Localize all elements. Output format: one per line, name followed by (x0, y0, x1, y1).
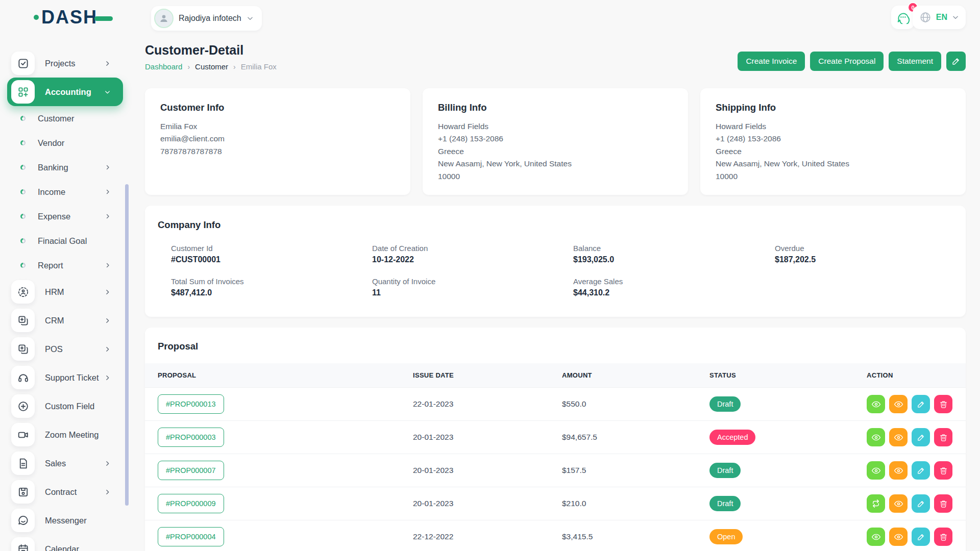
view-button[interactable] (867, 461, 885, 480)
delete-button[interactable] (934, 461, 952, 480)
edit-button[interactable] (912, 528, 930, 546)
create-proposal-button[interactable]: Create Proposal (810, 52, 884, 71)
sidebar-item-financial-goal[interactable]: Finacial Goal (7, 229, 123, 253)
shipping-address: New Aasamj, New York, United States (716, 158, 950, 170)
company-info-card: Company Info Customer Id #CUST00001 Date… (145, 206, 966, 317)
row-actions (867, 528, 953, 546)
sidebar-item-customer[interactable]: Customer (7, 106, 123, 131)
eye-icon (894, 499, 903, 509)
sidebar-item-label: Expense (38, 212, 70, 221)
trash-icon (939, 400, 948, 409)
sidebar-item-messenger[interactable]: Messenger (7, 506, 123, 535)
field-label: Total Sum of Invoices (171, 277, 372, 286)
company-selector[interactable]: Rajodiya infotech (151, 6, 262, 31)
logo-dash-icon (94, 16, 113, 21)
issue-date: 22-01-2023 (413, 399, 562, 409)
sidebar-item-hrm[interactable]: HRM (7, 278, 123, 306)
chevron-right-icon (105, 262, 111, 268)
table-row: #PROP000004 22-12-2022 $3,415.5 Open (145, 520, 966, 551)
sidebar-item-income[interactable]: Income (7, 180, 123, 204)
sidebar-item-support-ticket[interactable]: Support Ticket (7, 363, 123, 392)
proposal-id-link[interactable]: #PROP000009 (158, 494, 224, 513)
sidebar-item-zoom-meeting[interactable]: Zoom Meeting (7, 420, 123, 449)
sidebar-item-projects[interactable]: Projects (7, 49, 123, 78)
language-code: EN (936, 13, 947, 22)
table-row: #PROP000003 20-01-2023 $94,657.5 Accepte… (145, 420, 966, 454)
edit-button[interactable] (912, 494, 930, 513)
edit-button[interactable] (912, 395, 930, 413)
eye-icon (894, 399, 903, 409)
statement-button[interactable]: Statement (889, 52, 941, 71)
preview-button[interactable] (889, 528, 908, 546)
sidebar-item-label: Finacial Goal (38, 236, 87, 246)
company-avatar (154, 9, 174, 28)
proposal-id-link[interactable]: #PROP000003 (158, 428, 224, 447)
chevron-down-icon (104, 89, 111, 95)
language-selector[interactable]: EN (913, 6, 966, 29)
edit-button[interactable] (912, 461, 930, 480)
messages-button[interactable]: 0 (891, 6, 915, 29)
proposal-id-link[interactable]: #PROP000013 (158, 394, 224, 414)
field-label: Overdue (775, 244, 950, 253)
delete-button[interactable] (934, 395, 952, 413)
sidebar-item-expense[interactable]: Expense (7, 204, 123, 229)
field-label: Average Sales (573, 277, 775, 286)
edit-customer-button[interactable] (946, 52, 966, 71)
sidebar-item-report[interactable]: Report (7, 253, 123, 278)
sidebar-item-pos[interactable]: POS (7, 335, 123, 363)
issue-date: 22-12-2022 (413, 532, 562, 541)
pencil-icon (917, 400, 925, 409)
sidebar-item-crm[interactable]: CRM (7, 306, 123, 335)
billing-info-card: Billing Info Howard Fields +1 (248) 153-… (423, 88, 688, 195)
bullet-icon (20, 189, 26, 194)
field-label: Balance (573, 244, 775, 253)
sidebar-item-custom-field[interactable]: Custom Field (7, 392, 123, 420)
pencil-icon (917, 499, 925, 508)
proposal-id-link[interactable]: #PROP000004 (158, 527, 224, 546)
breadcrumb-customer[interactable]: Customer (195, 62, 228, 71)
view-button[interactable] (867, 395, 885, 413)
field-balance: Balance $193,025.0 (573, 244, 775, 264)
sidebar-scrollbar[interactable] (125, 184, 129, 506)
view-button[interactable] (867, 428, 885, 446)
topbar: DASH Rajodiya infotech 0 EN (0, 0, 980, 37)
hrm-person-icon (11, 280, 35, 304)
eye-icon (871, 466, 881, 475)
calendar-icon (11, 537, 35, 551)
sidebar-item-label: Customer (38, 114, 75, 123)
preview-button[interactable] (889, 395, 908, 413)
app-logo[interactable]: DASH (34, 8, 113, 27)
amount: $550.0 (562, 399, 709, 409)
preview-button[interactable] (889, 494, 908, 513)
sidebar-item-sales[interactable]: Sales (7, 449, 123, 478)
sidebar-item-banking[interactable]: Banking (7, 155, 123, 180)
convert-button[interactable] (867, 494, 885, 513)
sidebar-item-calendar[interactable]: Calendar (7, 535, 123, 551)
preview-button[interactable] (889, 428, 908, 446)
create-invoice-button[interactable]: Create Invoice (738, 52, 805, 71)
eye-icon (871, 399, 881, 409)
sidebar-item-vendor[interactable]: Vendor (7, 131, 123, 155)
sidebar-item-label: Accounting (45, 87, 91, 97)
customer-info-card: Customer Info Emilia Fox emilia@client.c… (145, 88, 410, 195)
col-status: STATUS (709, 371, 867, 379)
edit-button[interactable] (912, 428, 930, 446)
checkbox-icon (11, 52, 35, 75)
view-button[interactable] (867, 528, 885, 546)
headset-icon (11, 366, 35, 389)
preview-button[interactable] (889, 461, 908, 480)
delete-button[interactable] (934, 494, 952, 513)
shipping-zip: 10000 (716, 170, 950, 183)
main-content: Customer-Detail Dashboard › Customer › E… (145, 43, 966, 551)
chevron-right-icon (105, 164, 111, 170)
delete-button[interactable] (934, 428, 952, 446)
breadcrumb-dashboard[interactable]: Dashboard (145, 62, 182, 71)
sidebar-item-contract[interactable]: Contract (7, 478, 123, 506)
delete-button[interactable] (934, 528, 952, 546)
sidebar-item-accounting[interactable]: Accounting (7, 78, 123, 106)
sidebar-item-label: Support Ticket (45, 373, 99, 383)
proposal-id-link[interactable]: #PROP000007 (158, 461, 224, 480)
sidebar-item-label: Projects (45, 59, 76, 68)
row-actions (867, 395, 953, 413)
pencil-icon (917, 533, 925, 541)
